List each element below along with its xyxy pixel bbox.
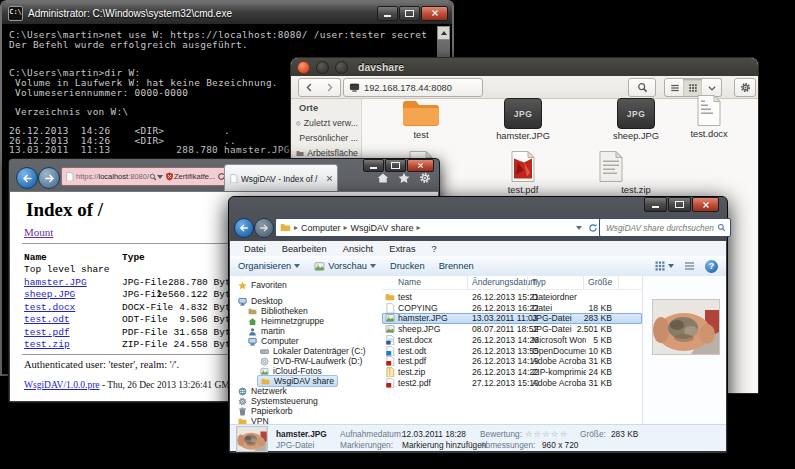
maximize-button[interactable] <box>399 6 420 21</box>
menu-help[interactable]: ? <box>424 244 445 254</box>
close-tab-icon[interactable] <box>326 175 333 182</box>
column-header-type[interactable]: Typ <box>532 277 546 287</box>
file-item-docx[interactable]: test.docx <box>674 94 744 139</box>
file-link[interactable]: test.zip <box>24 339 70 350</box>
wsgidav-version-link[interactable]: WsgiDAV/1.0.0.pre <box>24 380 100 390</box>
print-button[interactable]: Drucken <box>390 261 425 271</box>
file-row-pdf[interactable]: test.pdf26.12.2013 14:19Adobe Acrobat D.… <box>382 356 642 367</box>
file-item-hamster[interactable]: JPG hamster.JPG <box>485 96 561 141</box>
certificate-error-label[interactable]: Zertifikatfe... <box>174 172 215 181</box>
sidebar-item-netzwerk[interactable]: Netzwerk <box>238 386 287 396</box>
address-bar[interactable]: https://localhost:8080/ Zertifikatfe... <box>61 167 227 186</box>
maximize-button[interactable] <box>668 197 691 212</box>
file-link[interactable]: test.docx <box>24 302 75 313</box>
details-pane: hamster.JPG Aufnahmedatum: 12.03.2011 18… <box>230 424 726 451</box>
sidebar-item-recent[interactable]: Zuletzt verw... <box>296 118 358 128</box>
sidebar-item-heimnetzgruppe[interactable]: Heimnetzgruppe <box>248 316 324 326</box>
column-header-size[interactable]: Größe <box>588 277 612 287</box>
search-input[interactable] <box>604 222 717 234</box>
close-icon[interactable] <box>297 61 310 74</box>
breadcrumb[interactable]: ▸ Computer ▸ WsgiDAV share ▸ <box>275 218 603 237</box>
menu-ansicht[interactable]: Ansicht <box>335 244 382 254</box>
file-row-zip[interactable]: test.zip26.12.2013 14:22ZIP-komprimierte… <box>382 367 642 378</box>
file-row-sheep[interactable]: sheep.JPG08.07.2011 18:52JPG-Datei2.501 … <box>382 324 642 335</box>
file-item-test[interactable]: test <box>383 96 459 140</box>
file-item-sheep[interactable]: JPG sheep.JPG <box>598 96 674 141</box>
close-button[interactable] <box>421 6 448 21</box>
preview-pane-button[interactable] <box>683 260 696 272</box>
breadcrumb-item-computer[interactable]: Computer <box>301 223 341 233</box>
column-header-name[interactable]: Name <box>24 252 47 263</box>
chevron-down-icon[interactable] <box>157 175 163 179</box>
sidebar-item-martin[interactable]: martin <box>248 326 285 336</box>
forward-button[interactable] <box>254 218 274 238</box>
sidebar-item-home[interactable]: Persönlicher ... <box>296 133 358 143</box>
maximize-icon[interactable] <box>335 61 348 74</box>
control-panel-icon <box>238 397 247 406</box>
sidebar-item-local-disk-c[interactable]: Lokaler Datenträger (C:) <box>260 346 366 356</box>
explorer-window[interactable]: ▸ Computer ▸ WsgiDAV share ▸ Datei Bearb… <box>228 196 728 454</box>
search-icon[interactable] <box>149 173 157 181</box>
certificate-error-shield-icon[interactable] <box>165 172 174 181</box>
column-header-type[interactable]: Type <box>122 252 145 263</box>
burn-button[interactable]: Brennen <box>439 261 474 271</box>
breadcrumb-item-wsgidav-share[interactable]: WsgiDAV share <box>351 223 414 233</box>
forward-button[interactable] <box>38 167 60 189</box>
file-row-test[interactable]: test26.12.2013 15:21Dateiordner <box>382 292 642 303</box>
favorites-star-icon[interactable] <box>398 172 410 184</box>
file-link[interactable]: test.odt <box>24 314 70 325</box>
scroll-up-icon[interactable] <box>437 26 450 40</box>
nautilus-titlebar[interactable]: davshare <box>291 58 758 76</box>
rating-stars[interactable]: ☆☆☆☆☆ <box>525 429 568 439</box>
address-dropdown-icon[interactable] <box>576 226 582 230</box>
help-button[interactable]: ? <box>705 260 718 273</box>
folder-icon <box>401 96 441 128</box>
home-icon[interactable] <box>377 172 389 184</box>
preview-button[interactable]: Vorschau <box>314 261 376 272</box>
back-button[interactable] <box>16 167 38 189</box>
location-bar[interactable]: 192.168.178.44:8080 <box>343 78 483 97</box>
sidebar-item-desktop[interactable]: Desktop <box>238 296 283 306</box>
file-item-zip[interactable]: test.zip <box>598 150 674 195</box>
mount-link[interactable]: Mount <box>24 226 53 238</box>
minimize-button[interactable] <box>377 6 398 21</box>
search-icon[interactable] <box>717 223 726 232</box>
file-row-odt[interactable]: test.odt26.12.2013 13:55OpenDocument T..… <box>382 346 642 357</box>
details-taken-label: Aufnahmedatum: <box>340 429 403 439</box>
sidebar-item-desktop[interactable]: Arbeitsfläche <box>296 148 358 158</box>
menu-extras[interactable]: Extras <box>381 244 423 254</box>
back-button[interactable] <box>298 78 321 97</box>
gear-icon[interactable] <box>419 172 431 184</box>
sidebar-item-dvd-drive-d[interactable]: DVD-RW-Laufwerk (D:) <box>260 356 362 366</box>
file-row-docx[interactable]: test.docx26.12.2013 14:26Microsoft Word … <box>382 335 642 346</box>
organize-button[interactable]: Organisieren <box>238 261 300 271</box>
search-button[interactable] <box>628 78 656 97</box>
tab-wsgidav[interactable]: WsgiDAV - Index of / <box>224 164 338 192</box>
search-box[interactable] <box>599 218 731 237</box>
minimize-button[interactable] <box>644 197 667 212</box>
file-row-copying[interactable]: COPYING26.12.2013 16:22Datei18 KB <box>382 303 642 314</box>
column-header-name[interactable]: Name <box>398 277 421 287</box>
sidebar-item-bibliotheken[interactable]: Bibliotheken <box>248 306 308 316</box>
sidebar-item-favoriten[interactable]: Favoriten <box>238 280 287 290</box>
close-button[interactable] <box>692 197 719 212</box>
menu-datei[interactable]: Datei <box>236 244 274 254</box>
file-link[interactable]: sheep.JPG <box>24 289 75 300</box>
back-button[interactable] <box>234 218 254 238</box>
forward-button[interactable] <box>319 78 341 97</box>
minimize-icon[interactable] <box>316 61 329 74</box>
file-item-pdf[interactable]: test.pdf <box>485 150 561 195</box>
sidebar-item-systemsteuerung[interactable]: Systemsteuerung <box>238 396 318 406</box>
file-row-hamster-selected[interactable]: hamster.JPG13.03.2011 11:03JPG-Datei283 … <box>382 313 642 324</box>
sidebar-item-computer[interactable]: Computer <box>248 336 299 346</box>
file-link[interactable]: test.pdf <box>24 327 70 338</box>
file-row-test2-pdf[interactable]: test2.pdf27.12.2013 15:10Adobe Acrobat D… <box>382 378 642 389</box>
details-tags-value[interactable]: Markierung hinzufügen <box>402 440 486 450</box>
file-link[interactable]: hamster.JPG <box>24 277 87 288</box>
menu-bearbeiten[interactable]: Bearbeiten <box>274 244 335 254</box>
cmd-titlebar[interactable]: C:\ Administrator: C:\Windows\system32\c… <box>2 2 452 24</box>
change-view-button[interactable] <box>654 260 674 272</box>
sidebar-item-vpn[interactable]: VPN <box>238 416 269 424</box>
sidebar-item-papierkorb[interactable]: Papierkorb <box>238 406 293 416</box>
refresh-icon[interactable] <box>588 223 598 233</box>
